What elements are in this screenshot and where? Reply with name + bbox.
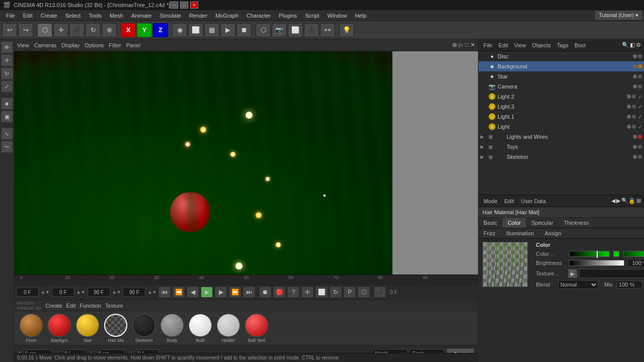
viewport[interactable] (14, 51, 478, 275)
obj-row-lights-and-wires[interactable]: ▶⊞Lights and Wires (478, 132, 644, 142)
rotate-tool-button[interactable]: ↻ (86, 23, 101, 37)
obj-row-camera[interactable]: 📷Camera (478, 81, 644, 92)
obj-row-star[interactable]: ★Star (478, 71, 644, 81)
camera-view-button[interactable]: 📷 (272, 23, 287, 37)
status-dot-1[interactable] (627, 115, 631, 119)
status-dot-2[interactable] (638, 54, 642, 58)
anim-key-button[interactable]: ↻ (330, 287, 342, 298)
menu-edit[interactable]: Edit (19, 12, 37, 20)
tab-assign[interactable]: Assign (539, 228, 567, 238)
menu-mesh[interactable]: Mesh (106, 12, 127, 20)
status-dot-2[interactable] (638, 145, 642, 149)
auto-key-button[interactable]: 🔴 (273, 287, 285, 298)
color-thumb[interactable] (596, 250, 598, 258)
tab-specular[interactable]: Specular (526, 218, 558, 228)
vp-icon1[interactable]: ⊞ (452, 42, 457, 48)
color-slider[interactable] (569, 251, 609, 257)
move-tool-button[interactable]: ✛ (53, 23, 68, 37)
play-button[interactable]: ▶ (201, 287, 213, 298)
menu-mograph[interactable]: MoGraph (211, 12, 243, 20)
transform-tool-button[interactable]: ⊕ (102, 23, 117, 37)
mat-item-floor[interactable]: Floor (18, 314, 44, 343)
obj-layer-icon[interactable]: ◧ (630, 42, 635, 48)
attr-forward-icon[interactable]: ▶ (616, 198, 620, 204)
attr-expand-icon[interactable]: ⊞ (636, 198, 641, 204)
expand-icon[interactable]: ▶ (480, 134, 487, 139)
go-end-button[interactable]: ⏭ (243, 287, 255, 298)
menu-select[interactable]: Select (61, 12, 85, 20)
status-dot-1[interactable] (633, 64, 637, 68)
texture-menu[interactable]: Texture (105, 303, 123, 309)
y-axis-button[interactable]: Y (137, 23, 152, 37)
tab-options[interactable]: Options (85, 42, 104, 48)
frame-fps-input[interactable] (123, 288, 145, 297)
status-dot-1[interactable] (633, 84, 637, 88)
status-dot-2[interactable] (632, 125, 636, 129)
light-button[interactable]: 💡 (339, 23, 354, 37)
mat-item-body[interactable]: Body (159, 314, 185, 343)
tab-cameras[interactable]: Cameras (34, 42, 57, 48)
obj-bool-tab[interactable]: Bool (573, 42, 588, 49)
status-dot-2[interactable] (632, 105, 636, 109)
expand-icon[interactable]: ▶ (480, 144, 487, 149)
obj-tags-tab[interactable]: Tags (555, 42, 571, 49)
top-view-button[interactable]: ⬛ (304, 23, 319, 37)
status-dot-1[interactable] (633, 155, 637, 159)
lt-model-button[interactable]: ■ (1, 98, 13, 110)
menu-render[interactable]: Render (185, 12, 211, 20)
menu-create[interactable]: Create (37, 12, 61, 20)
object-mode-button[interactable]: ◉ (172, 23, 187, 37)
go-start-button[interactable]: ⏮ (158, 287, 171, 298)
mat-item-ball-text[interactable]: Ball Text (244, 314, 270, 343)
visibility-check[interactable]: ✓ (638, 104, 642, 110)
texture-play-button[interactable]: ▶ (568, 269, 577, 278)
status-dot-2[interactable] (632, 115, 636, 119)
poly-mode-button[interactable]: ⬜ (188, 23, 203, 37)
frame-current-input[interactable] (52, 288, 74, 297)
help-button[interactable]: ? (287, 287, 299, 298)
status-dot-2[interactable] (638, 74, 642, 78)
obj-row-light.1[interactable]: ●Light.1✓ (478, 112, 644, 122)
visibility-check[interactable]: ✓ (638, 94, 642, 100)
lt-spline-button[interactable]: ∿ (1, 128, 13, 140)
add-key-button[interactable]: ✛ (301, 287, 313, 298)
layout-preset[interactable]: Tutorial (User) ▾ (595, 11, 642, 20)
attr-search-icon[interactable]: 🔍 (621, 198, 627, 204)
lt-move-button[interactable]: ✛ (1, 54, 13, 66)
status-dot-1[interactable] (627, 125, 631, 129)
next-frame-button[interactable]: ▶ (215, 287, 227, 298)
vp-icon2[interactable]: ▷ (459, 42, 463, 48)
sel-key-button[interactable]: ⬜ (315, 287, 328, 298)
z-axis-button[interactable]: Z (153, 23, 168, 37)
tab-illumination[interactable]: Illumination (501, 228, 540, 238)
visibility-check[interactable]: ✓ (638, 114, 642, 120)
menu-window[interactable]: Window (324, 12, 351, 20)
obj-row-light[interactable]: ●Light✓ (478, 122, 644, 132)
prev-key-button[interactable]: ⏪ (173, 287, 185, 298)
perspective-button[interactable]: ⬜ (288, 23, 303, 37)
menu-help[interactable]: Help (351, 12, 371, 20)
status-dot-1[interactable] (627, 95, 631, 99)
texture-field[interactable] (579, 269, 644, 278)
pos-key-button[interactable]: P (344, 287, 356, 298)
restore-button[interactable]: □ (180, 2, 188, 9)
record-button[interactable]: ⏺ (259, 287, 271, 298)
color-swatch[interactable] (613, 251, 619, 257)
mat-item-hair-ma[interactable]: Hair Ma (103, 314, 129, 343)
function-menu[interactable]: Function (80, 303, 101, 309)
menu-script[interactable]: Script (301, 12, 323, 20)
status-dot-1[interactable] (627, 105, 631, 109)
menu-tools[interactable]: Tools (85, 12, 106, 20)
mat-item-star[interactable]: Star (74, 314, 101, 343)
edit-attr-tab[interactable]: Edit (503, 198, 516, 205)
scale-tool-button[interactable]: ⬛ (69, 23, 85, 37)
vp-icon3[interactable]: □ (465, 42, 468, 48)
status-dot-2[interactable] (632, 95, 636, 99)
vp-icon4[interactable]: ✕ (470, 42, 475, 48)
menu-plugins[interactable]: Plugins (275, 12, 301, 20)
edge-mode-button[interactable]: ▦ (204, 23, 219, 37)
obj-file-tab[interactable]: File (481, 42, 495, 49)
viewport-mode-button[interactable]: ⬡ (256, 23, 271, 37)
obj-row-background[interactable]: ■Background (478, 61, 644, 71)
obj-row-light.3[interactable]: ●Light.3✓ (478, 102, 644, 112)
